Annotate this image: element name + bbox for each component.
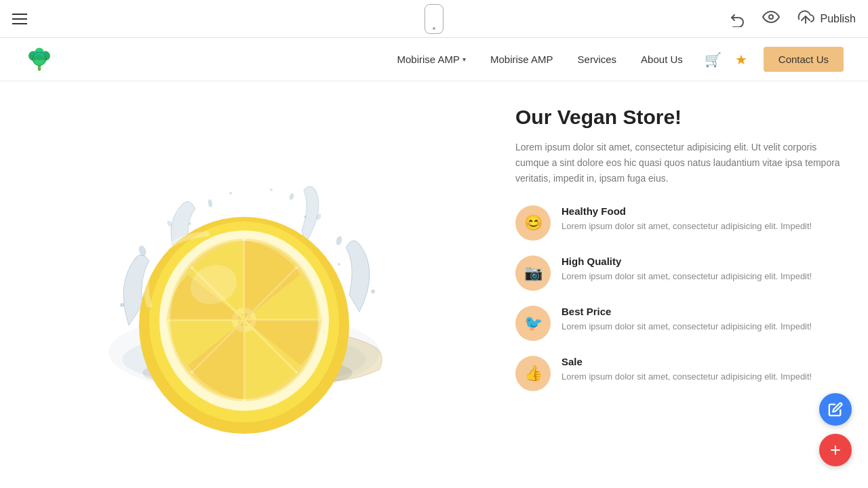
feature-icon-high-quality: 📷 xyxy=(515,256,551,291)
toolbar-center xyxy=(425,4,443,34)
svg-point-14 xyxy=(288,192,294,200)
svg-point-24 xyxy=(270,188,273,191)
feature-title-healthy-food: Healthy Food xyxy=(561,205,812,217)
svg-point-8 xyxy=(37,54,43,60)
feature-icon-healthy-food: 😊 xyxy=(515,205,551,241)
feature-icon-sale: 👍 xyxy=(515,356,551,391)
feature-title-high-quality: High Quality xyxy=(561,256,812,267)
feature-title-sale: Sale xyxy=(561,356,812,367)
feature-title-best-price: Best Price xyxy=(561,306,812,317)
cart-icon[interactable]: 🛒 xyxy=(705,52,722,68)
hero-description: Lorem ipsum dolor sit amet, consectetur … xyxy=(515,140,841,186)
cloud-icon xyxy=(796,9,815,28)
hero-image-section xyxy=(0,81,488,488)
feature-icon-best-price: 🐦 xyxy=(515,306,551,341)
feature-desc-sale: Lorem ipsum dolor sit amet, consectetur … xyxy=(561,370,812,384)
navbar: Mobirise AMP ▾ Mobirise AMP Services Abo… xyxy=(0,38,868,81)
feature-text-high-quality: High Quality Lorem ipsum dolor sit amet,… xyxy=(561,256,812,283)
features-list: 😊 Healthy Food Lorem ipsum dolor sit ame… xyxy=(515,205,841,391)
nav-links: Mobirise AMP ▾ Mobirise AMP Services Abo… xyxy=(397,54,683,65)
site-logo[interactable] xyxy=(24,45,54,75)
publish-label: Publish xyxy=(821,13,856,25)
toolbar: Publish xyxy=(0,0,868,38)
svg-point-12 xyxy=(335,235,342,246)
lemon-image xyxy=(75,136,414,434)
feature-desc-best-price: Lorem ipsum dolor sit amet, consectetur … xyxy=(561,320,812,333)
add-fab-button[interactable]: + xyxy=(819,434,852,466)
hero-title: Our Vegan Store! xyxy=(515,106,841,129)
svg-point-21 xyxy=(189,222,191,225)
feature-text-healthy-food: Healthy Food Lorem ipsum dolor sit amet,… xyxy=(561,205,812,233)
hamburger-icon[interactable] xyxy=(12,14,27,24)
undo-icon[interactable] xyxy=(730,11,746,27)
feature-desc-high-quality: Lorem ipsum dolor sit amet, consectetur … xyxy=(561,270,812,283)
edit-fab-button[interactable] xyxy=(819,393,852,426)
nav-link-mobirise1[interactable]: Mobirise AMP ▾ xyxy=(397,54,467,65)
nav-link-about[interactable]: About Us xyxy=(641,54,683,65)
toolbar-right: Publish xyxy=(730,9,856,28)
feature-desc-healthy-food: Lorem ipsum dolor sit amet, consectetur … xyxy=(561,220,812,233)
svg-point-23 xyxy=(229,192,232,195)
preview-icon[interactable] xyxy=(762,10,780,28)
svg-point-13 xyxy=(208,199,213,208)
feature-text-best-price: Best Price Lorem ipsum dolor sit amet, c… xyxy=(561,306,812,333)
phone-preview-icon[interactable] xyxy=(425,4,443,34)
feature-item-healthy-food: 😊 Healthy Food Lorem ipsum dolor sit ame… xyxy=(515,205,841,241)
publish-button[interactable]: Publish xyxy=(796,9,856,28)
feature-item-high-quality: 📷 High Quality Lorem ipsum dolor sit ame… xyxy=(515,256,841,291)
fab-container: + xyxy=(819,393,852,466)
svg-point-0 xyxy=(769,15,773,19)
feature-item-best-price: 🐦 Best Price Lorem ipsum dolor sit amet,… xyxy=(515,306,841,341)
toolbar-left xyxy=(12,14,27,24)
svg-point-22 xyxy=(304,216,307,218)
features-section: Our Vegan Store! Lorem ipsum dolor sit a… xyxy=(488,81,868,488)
contact-button[interactable]: Contact Us xyxy=(764,47,844,72)
svg-point-17 xyxy=(120,303,124,307)
star-icon[interactable]: ★ xyxy=(735,52,747,68)
feature-item-sale: 👍 Sale Lorem ipsum dolor sit amet, conse… xyxy=(515,356,841,391)
nav-link-mobirise2[interactable]: Mobirise AMP xyxy=(490,54,553,65)
nav-icons: 🛒 ★ xyxy=(705,52,747,68)
chevron-down-icon: ▾ xyxy=(462,56,466,63)
main-content: Our Vegan Store! Lorem ipsum dolor sit a… xyxy=(0,81,868,488)
feature-text-sale: Sale Lorem ipsum dolor sit amet, consect… xyxy=(561,356,812,384)
svg-point-20 xyxy=(338,263,340,266)
svg-point-18 xyxy=(371,289,375,293)
nav-link-services[interactable]: Services xyxy=(578,54,617,65)
